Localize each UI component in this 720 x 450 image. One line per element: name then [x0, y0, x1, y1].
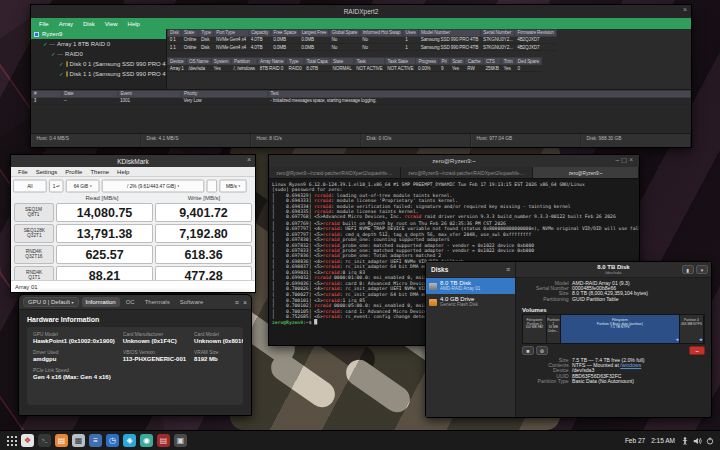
array-table-column-header[interactable]: Total Capa [304, 57, 330, 64]
disk-table-row[interactable]: 1 1OnlineDiskNVMe Gen4 x44.0TB0.0MB0.0MB… [167, 43, 556, 50]
array-table-row[interactable]: Array 1/dev/sdaYes/, /windows8TB RAID 0R… [167, 64, 541, 71]
disks-headerbar[interactable]: 8.0 TB Disk /dev/sda ▮ ▾ [516, 262, 711, 278]
spacer-box[interactable] [207, 179, 217, 192]
partition-segment[interactable]: FilesystemPartition 3 Basic data (partit… [561, 315, 680, 343]
disk-table-column-header[interactable]: Informed Hot Swap [360, 29, 403, 36]
menu-help[interactable]: Help [124, 21, 144, 27]
write-result[interactable]: 9,401.72 [155, 203, 252, 222]
tree-item[interactable]: ✓Disk 0 1 (Samsung SSD 990 PRO 4TB) [31, 59, 166, 69]
read-result[interactable]: 14,080.75 [56, 203, 153, 222]
package-manager-icon[interactable]: ❖ [21, 434, 34, 447]
array-table-column-header[interactable]: OS Name [186, 57, 211, 64]
menu-view[interactable]: View [101, 21, 122, 27]
kdiskmark-titlebar[interactable]: KDiskMark × [11, 155, 255, 167]
array-table-column-header[interactable]: Task [354, 57, 385, 64]
close-icon[interactable]: × [243, 299, 247, 306]
disks-sidebar-item[interactable]: 4.0 GB DriveGeneric Flash Disk [426, 294, 515, 310]
volume-icon[interactable] [693, 437, 702, 445]
disk-table-column-header[interactable]: Port Type [214, 29, 249, 36]
close-icon[interactable]: × [247, 156, 251, 163]
tab-thermals[interactable]: Thermals [141, 297, 174, 307]
text-editor-icon[interactable]: ≡ [89, 434, 102, 447]
write-result[interactable]: 618.36 [155, 245, 252, 264]
array-table-column-header[interactable]: Pri [439, 57, 450, 64]
array-table-column-header[interactable]: Type [286, 57, 304, 64]
disk-table-column-header[interactable]: Disk [167, 29, 181, 36]
disk-table-row[interactable]: 0 1OnlineDiskNVMe Gen4 x44.0TB0.0MB0.0MB… [167, 36, 556, 43]
read-result[interactable]: 13,791.38 [56, 224, 153, 243]
array-table-column-header[interactable]: Partition [231, 57, 257, 64]
gpu-selector[interactable]: GPU 0 | Default ▾ [23, 297, 79, 307]
boxes-icon[interactable]: ◉ [140, 434, 153, 447]
read-result[interactable]: 625.57 [56, 245, 153, 264]
array-table-column-header[interactable]: State [330, 57, 354, 64]
tab-information[interactable]: Information [82, 297, 120, 307]
menu-theme[interactable]: Theme [86, 169, 113, 175]
event-table-column-header[interactable]: Date [62, 90, 118, 97]
array-table-column-header[interactable]: Device [167, 57, 186, 64]
app-grid-icon[interactable] [6, 435, 17, 446]
tree-item[interactable]: ✓Disk 1 1 (Samsung SSD 990 PRO 4TB) [31, 69, 166, 79]
disk-table-column-header[interactable]: Model Number [418, 29, 480, 36]
array-table-column-header[interactable]: Trim [501, 57, 515, 64]
menu-file[interactable]: File [35, 21, 53, 27]
hamburger-menu-icon[interactable]: ≡ [235, 299, 239, 306]
terminal-tab[interactable]: zero@Ryzen9:~/rcraid-patcher/RAIDXpert2/… [269, 167, 401, 178]
event-table-column-header[interactable]: # [31, 90, 61, 97]
array-table-column-header[interactable]: Array Name [257, 57, 286, 64]
accessibility-icon[interactable] [681, 437, 689, 445]
tab-oc[interactable]: OC [122, 297, 139, 307]
unmount-button[interactable]: ■ [522, 346, 534, 355]
lact-icon[interactable]: ▣ [174, 434, 187, 447]
disk-table-column-header[interactable]: Global Spare [329, 29, 360, 36]
loops-stepper[interactable]: 1▴▾ [49, 179, 63, 192]
power-icon[interactable] [706, 437, 714, 445]
partition-segment[interactable]: Partition 4466 MB NTFS◂▸ [680, 315, 704, 343]
disks-sidebar-item[interactable]: 8.0 TB DiskAMD-RAID Array 01 [426, 278, 515, 294]
partition-segment[interactable]: Partition 216 MB Unkn... [547, 315, 561, 343]
calculator-icon[interactable]: ▦ [72, 434, 85, 447]
array-table-column-header[interactable]: Ded Spare [515, 57, 541, 64]
disk-table-column-header[interactable]: Firmware Revision [515, 29, 557, 36]
maximize-icon[interactable]: ▢ [621, 156, 629, 163]
tab-software[interactable]: Software [176, 297, 208, 307]
clocks-icon[interactable]: ◷ [106, 434, 119, 447]
raidxpert2-titlebar[interactable]: RAIDXpert2 × [31, 5, 691, 18]
kdiskmark-icon[interactable]: ◈ [123, 434, 136, 447]
write-result[interactable]: 7,192.80 [155, 224, 252, 243]
close-icon[interactable]: × [629, 156, 635, 163]
delete-partition-button[interactable]: − [689, 346, 705, 355]
tree-item[interactable]: ✓—RAID0 [31, 49, 166, 59]
menu-help[interactable]: Help [113, 169, 133, 175]
partition-options-button[interactable]: ⊛ [536, 346, 548, 355]
tree-item[interactable]: ✓—Array 1 8TB RAID 0 [31, 39, 166, 49]
taskbar-date[interactable]: Feb 27 [625, 437, 645, 444]
array-table-column-header[interactable]: Scan [449, 57, 465, 64]
disk-table-column-header[interactable]: Largest Free [299, 29, 329, 36]
event-table-column-header[interactable]: Event [118, 90, 182, 97]
hamburger-menu-icon[interactable]: ≡ [506, 266, 510, 273]
menu-disk[interactable]: Disk [79, 21, 99, 27]
event-table-column-header[interactable]: Text [268, 90, 691, 97]
files-icon[interactable]: ▤ [55, 434, 68, 447]
raidxpert-icon[interactable]: ▤ [157, 434, 170, 447]
menu-file[interactable]: File [14, 169, 32, 175]
unit-select[interactable]: MB/s▾ [219, 179, 246, 192]
disk-table-column-header[interactable]: Capacity [248, 29, 270, 36]
tree-item-root[interactable]: Ryzen9 [31, 29, 166, 39]
array-table-column-header[interactable]: System [211, 57, 231, 64]
menu-array[interactable]: Array [55, 21, 77, 27]
disk-table-column-header[interactable]: Uses [403, 29, 419, 36]
all-tests-button[interactable]: All [13, 179, 47, 192]
disk-table-column-header[interactable]: Type [199, 29, 214, 36]
array-table-column-header[interactable]: Cache [465, 57, 483, 64]
disk-table-column-header[interactable]: State [181, 29, 198, 36]
taskbar-time[interactable]: 2:15 AM [651, 437, 675, 444]
terminal-tab[interactable]: zero@Ryzen9:~/rcraid-patcher/RAIDXpert2/… [401, 167, 533, 178]
drive-menu-button[interactable]: ▾ [696, 265, 708, 274]
close-icon[interactable]: × [683, 6, 687, 13]
terminal-titlebar[interactable]: zero@Ryzen9:~ –▢× [269, 155, 639, 167]
array-table-column-header[interactable]: Progress [416, 57, 439, 64]
terminal-tab[interactable]: zero@Ryzen9:~ [533, 167, 639, 178]
partition-segment[interactable]: FilesystemPartition 1100 MB FAT [523, 315, 547, 343]
